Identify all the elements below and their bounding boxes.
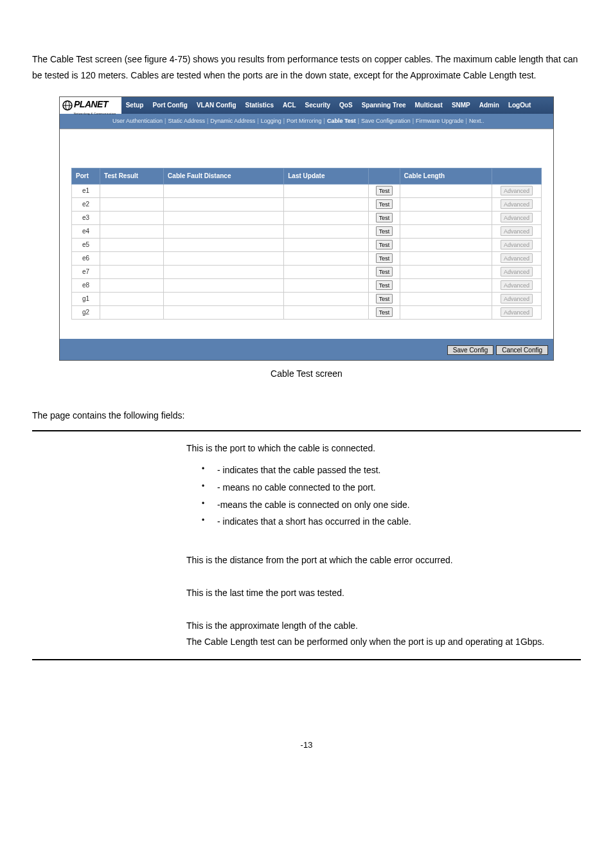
cell-distance xyxy=(164,184,284,197)
advanced-button[interactable]: Advanced xyxy=(501,280,533,290)
menu-item-qos[interactable]: QoS xyxy=(335,100,357,111)
cell-result xyxy=(100,224,164,238)
cell-result xyxy=(100,184,164,197)
menu-item-admin[interactable]: Admin xyxy=(475,100,504,111)
table-row: e1TestAdvanced xyxy=(72,184,542,197)
cell-port: e2 xyxy=(72,197,100,211)
cell-length xyxy=(400,305,492,319)
submenu-item-save-configuration[interactable]: Save Configuration xyxy=(360,118,412,124)
advanced-button[interactable]: Advanced xyxy=(501,226,533,236)
test-button[interactable]: Test xyxy=(376,267,393,276)
advanced-button[interactable]: Advanced xyxy=(501,240,533,249)
cell-distance xyxy=(164,278,284,292)
menu-item-port-config[interactable]: Port Config xyxy=(148,100,191,111)
cell-advanced: Advanced xyxy=(492,197,541,211)
cell-port: g2 xyxy=(72,305,100,319)
cell-result xyxy=(100,305,164,319)
cell-advanced: Advanced xyxy=(492,251,541,265)
advanced-button[interactable]: Advanced xyxy=(501,186,533,195)
cell-test: Test xyxy=(369,265,400,278)
cell-result xyxy=(100,238,164,251)
test-button[interactable]: Test xyxy=(376,213,393,222)
screenshot-figure: PLANET Networking & Communication SetupP… xyxy=(59,96,554,360)
cell-port: e7 xyxy=(72,265,100,278)
cell-result xyxy=(100,197,164,211)
test-button[interactable]: Test xyxy=(376,280,393,290)
cell-distance xyxy=(164,238,284,251)
submenu-item-firmware-upgrade[interactable]: Firmware Upgrade xyxy=(414,118,465,124)
field-label-port xyxy=(33,433,181,543)
cell-length xyxy=(400,197,492,211)
menu-item-setup[interactable]: Setup xyxy=(121,100,148,111)
table-row: g2TestAdvanced xyxy=(72,305,542,319)
test-button[interactable]: Test xyxy=(376,199,393,209)
menu-item-multicast[interactable]: Multicast xyxy=(411,100,447,111)
col-action xyxy=(369,168,400,184)
intro-paragraph: The Cable Test screen (see figure 4-75) … xyxy=(32,51,581,84)
cell-result xyxy=(100,211,164,224)
menu-item-logout[interactable]: LogOut xyxy=(504,100,536,111)
menu-item-vlan-config[interactable]: VLAN Config xyxy=(192,100,241,111)
cell-advanced: Advanced xyxy=(492,184,541,197)
advanced-button[interactable]: Advanced xyxy=(501,294,533,303)
cell-test: Test xyxy=(369,197,400,211)
submenu-item-dynamic-address[interactable]: Dynamic Address xyxy=(209,118,256,124)
menu-item-snmp[interactable]: SNMP xyxy=(447,100,475,111)
table-row: e4TestAdvanced xyxy=(72,224,542,238)
list-item: -means the cable is connected on only on… xyxy=(199,496,576,514)
list-item: - indicates that the cable passed the te… xyxy=(199,462,576,479)
cell-test: Test xyxy=(369,305,400,319)
menu-item-statistics[interactable]: Statistics xyxy=(241,100,278,111)
submenu-item-cable-test[interactable]: Cable Test xyxy=(326,118,357,124)
submenu-item-logging[interactable]: Logging xyxy=(260,118,283,124)
advanced-button[interactable]: Advanced xyxy=(501,307,533,317)
cell-distance xyxy=(164,211,284,224)
advanced-button[interactable]: Advanced xyxy=(501,253,533,263)
submenu-item-static-address[interactable]: Static Address xyxy=(166,118,206,124)
cell-update xyxy=(284,292,369,305)
test-button[interactable]: Test xyxy=(376,294,393,303)
cell-length xyxy=(400,184,492,197)
page-number: -13 xyxy=(32,737,581,752)
submenu-item-port-mirroring[interactable]: Port Mirroring xyxy=(285,118,323,124)
field-desc-len: This is the approximate length of the ca… xyxy=(182,610,580,658)
cell-distance xyxy=(164,251,284,265)
cell-distance xyxy=(164,265,284,278)
test-button[interactable]: Test xyxy=(376,253,393,263)
table-row: e6TestAdvanced xyxy=(72,251,542,265)
sub-menu-bar: User Authentication|Static Address|Dynam… xyxy=(60,114,553,129)
cell-distance xyxy=(164,305,284,319)
test-button[interactable]: Test xyxy=(376,226,393,236)
menu-item-security[interactable]: Security xyxy=(301,100,335,111)
test-button[interactable]: Test xyxy=(376,186,393,195)
test-button[interactable]: Test xyxy=(376,240,393,249)
test-button[interactable]: Test xyxy=(376,307,393,317)
submenu-separator: | xyxy=(256,118,259,124)
cell-test: Test xyxy=(369,251,400,265)
menu-item-acl[interactable]: ACL xyxy=(278,100,301,111)
cell-port: e5 xyxy=(72,238,100,251)
col-port: Port xyxy=(72,168,100,184)
advanced-button[interactable]: Advanced xyxy=(501,267,533,276)
menu-item-spanning-tree[interactable]: Spanning Tree xyxy=(357,100,411,111)
advanced-button[interactable]: Advanced xyxy=(501,199,533,209)
col-dist: Cable Fault Distance xyxy=(164,168,284,184)
submenu-item-user-authentication[interactable]: User Authentication xyxy=(111,118,164,124)
cell-distance xyxy=(164,292,284,305)
cell-test: Test xyxy=(369,211,400,224)
cell-advanced: Advanced xyxy=(492,211,541,224)
cell-result xyxy=(100,292,164,305)
advanced-button[interactable]: Advanced xyxy=(501,213,533,222)
save-config-button[interactable]: Save Config xyxy=(447,345,493,355)
cell-advanced: Advanced xyxy=(492,238,541,251)
cell-update xyxy=(284,278,369,292)
cell-distance xyxy=(164,197,284,211)
submenu-item-next-[interactable]: Next.. xyxy=(468,118,486,124)
cell-test: Test xyxy=(369,278,400,292)
cell-test: Test xyxy=(369,184,400,197)
field-desc-port: This is the port to which the cable is c… xyxy=(182,433,580,543)
fields-description-table: This is the port to which the cable is c… xyxy=(32,430,581,660)
cancel-config-button[interactable]: Cancel Config xyxy=(496,345,548,355)
cell-test: Test xyxy=(369,238,400,251)
logo-subtext: Networking & Communication xyxy=(74,113,116,115)
